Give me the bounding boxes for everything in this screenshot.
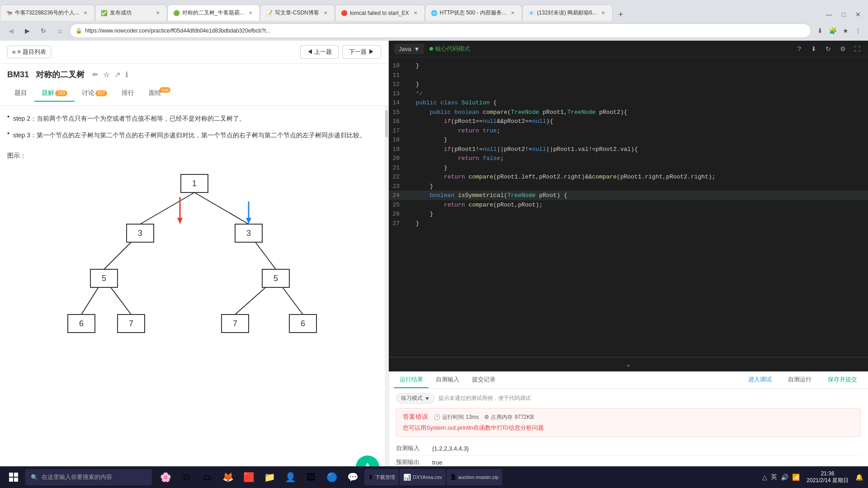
taskbar-search[interactable]: 🔍 在这里输入你要搜索的内容 [25,469,152,485]
memory-value: 9772KB [514,414,534,420]
tray-volume[interactable]: 🔊 [779,474,790,481]
svg-line-0 [140,192,194,224]
taskbar-icon-2[interactable]: ⊙ [176,467,196,487]
tab-4-title: 写文章-CSDN博客 [275,9,319,17]
menu-icon[interactable]: ⋮ [853,25,863,36]
file-item-3[interactable]: 🗜 auction-master.zip [447,469,502,485]
tab-6[interactable]: 🌐 HTTP状态 500 - 内部服务... ✕ [425,5,522,21]
taskbar-icon-7[interactable]: 👤 [280,467,300,487]
error-title-row: 答案错误 🕐 运行时间 13ms ⚙ 占用内存 9772KB [403,413,854,421]
tab-2-title: 发布成功 [110,9,151,17]
taskbar-icon-1[interactable]: 🌸 [156,467,175,487]
memory-icon: ⚙ [484,414,489,420]
tab-5-close[interactable]: ✕ [412,9,419,17]
taskbar-quick-icons: 🌸 ⊙ 🗂 🦊 🟥 📁 👤 🖼 🔵 💬 [156,467,363,487]
extensions-icon[interactable]: 🧩 [827,25,838,36]
file-item-1[interactable]: ⬇ 下载管理 [364,469,399,485]
taskbar-icon-3[interactable]: 🗂 [197,467,217,487]
download-code-icon[interactable]: ⬇ [808,43,819,54]
file-item-2[interactable]: 📊 DXYArea.csv [400,469,446,485]
tab-7[interactable]: 📧 (132封未读) 网易邮箱6... ✕ [522,5,613,21]
svg-rect-33 [14,478,18,482]
tab-5[interactable]: 🔴 tomcat failed to start_EX ✕ [335,5,425,21]
notification-icon[interactable]: 🔔 [854,474,864,481]
tab-interview[interactable]: 面经 new [142,85,169,102]
tray-network[interactable]: 📶 [791,474,801,481]
taskbar-icon-8[interactable]: 🖼 [301,467,321,487]
tray-icon-1[interactable]: △ [761,474,769,481]
tab-7-close[interactable]: ✕ [599,9,607,17]
tab-1[interactable]: 🐄 牛客732288236号的个人... ✕ [0,5,95,21]
favorites-icon[interactable]: ★ [840,25,851,36]
tab-self-run[interactable]: 自测运行 [783,372,817,388]
main-container: ≡ ≡ 题目列表 ◀ 上一题 下一题 ▶ BM31 对称的二叉树 ✏ ☆ ↗ ℹ… [0,41,868,488]
bullet-step3: • [7,130,9,137]
language-selector[interactable]: Java ▼ [394,44,424,54]
code-editor[interactable]: 10 } 11 12 } 13 */ 14 public class Solut… [389,57,868,357]
minimize-button[interactable]: — [823,8,835,21]
scroll-bar[interactable] [385,106,388,488]
back-button[interactable]: ◀ [5,24,17,37]
lang-dropdown-icon: ▼ [414,46,420,52]
tab-debug[interactable]: 进入调试 [743,372,777,388]
tab-solution[interactable]: 题解193 [34,85,75,102]
tab-3-close[interactable]: ✕ [247,9,254,17]
download-icon[interactable]: ⬇ [815,25,826,36]
info-icon[interactable]: ℹ [125,71,128,79]
tray-icon-2[interactable]: 英 [769,473,778,481]
tab-1-close[interactable]: ✕ [82,9,89,17]
refresh-code-icon[interactable]: ↻ [823,43,834,54]
practice-hint: 提示未通过的测试用例，便于代码调试 [439,394,531,402]
taskbar-icon-5[interactable]: 🟥 [239,467,259,487]
taskbar-icon-9[interactable]: 🔵 [322,467,342,487]
search-icon: 🔍 [31,474,38,481]
tab-4[interactable]: 📝 写文章-CSDN博客 ✕ [260,5,335,21]
runtime-meta: 🕐 运行时间 13ms [434,413,479,421]
tab-4-favicon: 📝 [266,10,272,16]
help-icon[interactable]: ? [794,43,805,54]
close-button[interactable]: ✕ [852,8,864,21]
tab-2-close[interactable]: ✕ [154,9,161,17]
start-button[interactable] [4,467,24,487]
practice-mode-button[interactable]: 练习模式 ▼ [396,393,435,404]
test-input-value: {1,2,2,3,4,4,3} [432,445,469,452]
code-mode-dot [429,47,433,51]
file-name-3: auction-master.zip [458,474,499,480]
code-line-23: 23 } [389,182,868,191]
tab-rank[interactable]: 排行 [114,85,142,102]
refresh-button[interactable]: ↻ [37,24,50,37]
code-line-21: 21 } [389,163,868,173]
maximize-button[interactable]: □ [837,8,850,21]
menu-list-button[interactable]: ≡ ≡ 题目列表 [7,46,51,58]
code-line-19: 19 if(pRoot1!=null||pRoot2!=null||pRoot1… [389,145,868,154]
clock[interactable]: 21:36 2021/2/14 星期日 [803,470,852,484]
url-bar[interactable]: 🔒 https://www.nowcoder.com/practice/ff05… [70,23,811,38]
taskbar-icon-4[interactable]: 🦊 [218,467,238,487]
star-icon[interactable]: ☆ [103,71,109,79]
taskbar-icon-10[interactable]: 💬 [343,467,363,487]
tab-submit-history[interactable]: 提交记录 [467,372,501,388]
problem-title: BM31 对称的二叉树 ✏ ☆ ↗ ℹ [7,69,381,80]
tab-3[interactable]: 🟢 对称的二叉树_牛客题霸... ✕ [167,5,260,21]
tab-problem[interactable]: 题目 [7,85,34,102]
tab-discuss[interactable]: 讨论837 [75,85,115,102]
settings-icon[interactable]: ⚙ [837,43,848,54]
tab-save-submit[interactable]: 保存并提交 [822,372,863,388]
new-tab-button[interactable]: + [614,8,627,21]
tab-2[interactable]: ✅ 发布成功 ✕ [95,5,167,21]
tab-7-favicon: 📧 [528,10,534,16]
fullscreen-icon[interactable]: ⛶ [852,43,863,54]
home-button[interactable]: ⌂ [53,24,66,37]
panel-divider[interactable]: ⌄ [389,357,868,371]
forward-button[interactable]: ▶ [21,24,33,37]
tab-4-close[interactable]: ✕ [322,9,329,17]
tab-run-result[interactable]: 运行结果 [394,372,429,388]
share-icon[interactable]: ↗ [114,71,120,79]
edit-icon[interactable]: ✏ [92,71,98,79]
tab-6-close[interactable]: ✕ [509,9,516,17]
taskbar-icon-6[interactable]: 📁 [259,467,279,487]
tab-discuss-label: 讨论 [82,89,94,96]
tab-custom-input[interactable]: 自测输入 [430,372,465,388]
prev-problem-button[interactable]: ◀ 上一题 [300,45,339,59]
next-problem-button[interactable]: 下一题 ▶ [342,45,381,59]
